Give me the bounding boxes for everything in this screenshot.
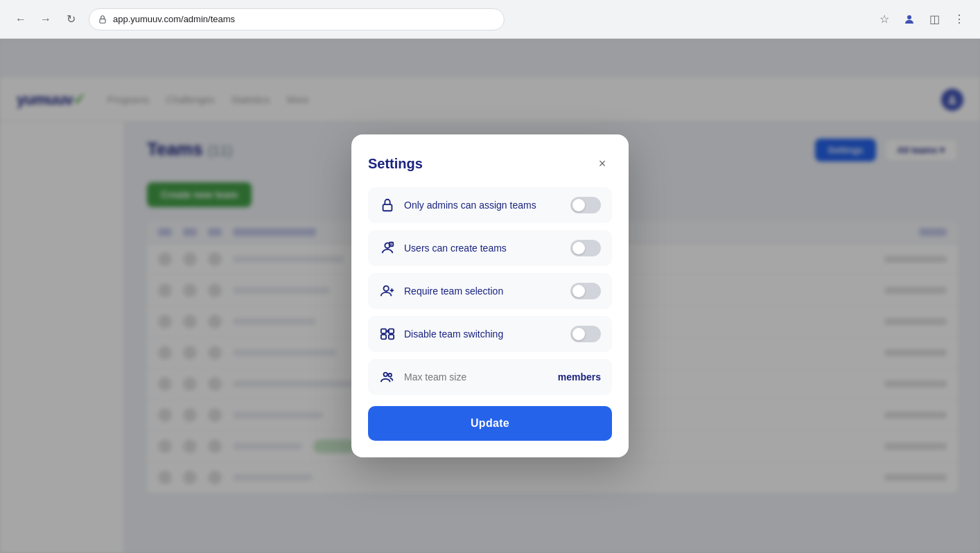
- profile-button[interactable]: [900, 10, 919, 29]
- disable-switching-label: Disable team switching: [404, 328, 562, 340]
- users-create-label: Users can create teams: [404, 243, 562, 254]
- svg-rect-9: [381, 335, 386, 339]
- max-team-size-row: members: [368, 359, 612, 395]
- admins-assign-label: Only admins can assign teams: [404, 200, 562, 211]
- update-button[interactable]: Update: [368, 406, 612, 441]
- settings-row-switching: Disable team switching: [368, 316, 612, 352]
- svg-rect-0: [100, 19, 105, 23]
- switch-icon: [379, 326, 396, 342]
- star-button[interactable]: ☆: [875, 10, 894, 29]
- require-selection-label: Require team selection: [404, 286, 562, 297]
- forward-button[interactable]: →: [36, 10, 55, 29]
- modal-title: Settings: [368, 156, 423, 172]
- address-bar[interactable]: app.yumuuv.com/admin/teams: [89, 8, 505, 30]
- group-icon: [379, 369, 396, 385]
- url-text: app.yumuuv.com/admin/teams: [113, 14, 235, 24]
- require-selection-toggle[interactable]: [570, 283, 601, 299]
- svg-point-11: [384, 373, 388, 377]
- disable-switching-toggle[interactable]: [570, 326, 601, 342]
- browser-actions: ☆ ◫ ⋮: [875, 10, 969, 29]
- svg-point-1: [907, 15, 911, 19]
- max-team-size-input[interactable]: [404, 371, 550, 383]
- nav-buttons: ← → ↻: [11, 10, 80, 29]
- admins-assign-toggle[interactable]: [570, 197, 601, 213]
- users-create-toggle[interactable]: [570, 240, 601, 256]
- menu-button[interactable]: ⋮: [950, 10, 969, 29]
- settings-row-require: Require team selection: [368, 273, 612, 309]
- svg-rect-3: [383, 204, 392, 211]
- svg-point-12: [388, 374, 392, 377]
- extensions-button[interactable]: ◫: [925, 10, 944, 29]
- modal-header: Settings ×: [368, 154, 612, 173]
- user-plus-icon: [379, 283, 396, 299]
- lock-address-icon: [98, 15, 107, 24]
- back-button[interactable]: ←: [11, 10, 30, 29]
- modal-close-button[interactable]: ×: [593, 154, 612, 173]
- modal-overlay[interactable]: Settings × Only admins can assign teams: [0, 39, 980, 553]
- members-suffix: members: [558, 371, 601, 383]
- settings-row-admins: Only admins can assign teams: [368, 187, 612, 223]
- browser-chrome: ← → ↻ app.yumuuv.com/admin/teams ☆ ◫ ⋮: [0, 0, 980, 39]
- svg-rect-8: [389, 329, 394, 333]
- settings-modal: Settings × Only admins can assign teams: [351, 134, 629, 457]
- svg-rect-10: [389, 335, 394, 339]
- refresh-button[interactable]: ↻: [61, 10, 80, 29]
- svg-rect-7: [381, 329, 386, 333]
- user-badge-icon: [379, 240, 396, 256]
- settings-row-users-create: Users can create teams: [368, 230, 612, 266]
- svg-point-6: [384, 286, 389, 291]
- lock-icon: [379, 197, 396, 213]
